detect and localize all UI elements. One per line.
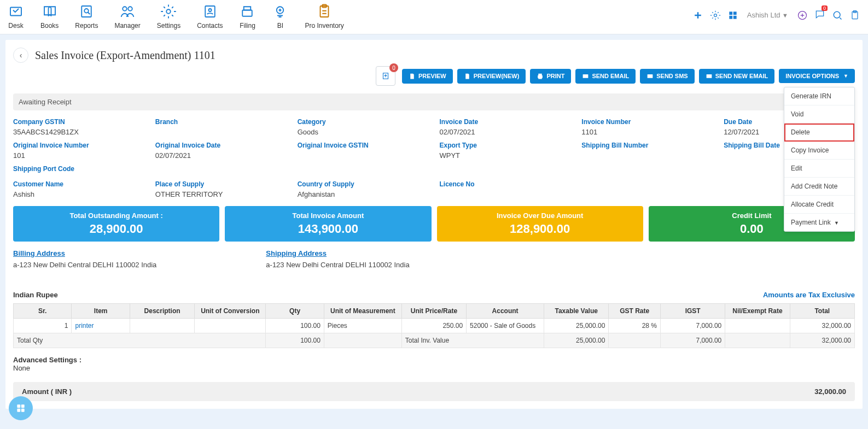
item-link[interactable]: printer [75,322,94,330]
fab-apps[interactable] [9,396,33,420]
attachment-count: 0 [389,63,398,72]
svg-rect-16 [733,15,737,19]
dropdown-generate-irn[interactable]: Generate IRN [784,87,854,105]
nav-label: Pro Inventory [305,22,343,30]
nav-contacts[interactable]: Contacts [197,3,223,34]
nav-manager[interactable]: Manager [114,3,140,34]
back-button[interactable]: ‹ [13,48,28,63]
plus-icon[interactable] [692,10,703,21]
dropdown-void[interactable]: Void [784,105,854,124]
tile-overdue: Invoice Over Due Amount128,900.00 [437,206,643,242]
amount-label: Amount ( INR ) [22,387,72,396]
th-item: Item [72,304,130,319]
mail-icon [646,73,654,80]
nav-label: Settings [157,22,180,30]
detail-country-supply: Country of SupplyAfghanistan [298,180,429,198]
nav-desk[interactable]: Desk [8,3,24,34]
badge-icon[interactable] [797,10,808,21]
detail-customer: Customer NameAshish [13,180,144,198]
contacts-icon [202,3,218,20]
nav-label: Manager [114,22,140,30]
svg-point-5 [167,9,171,14]
tile-invoice-amount: Total Invoice Amount143,900.00 [225,206,431,242]
cell-footer-igst: 7,000.00 [661,333,725,348]
svg-point-7 [208,9,211,11]
th-rate: Unit Price/Rate [401,304,466,319]
dropdown-copy[interactable]: Copy Invoice [784,142,854,160]
svg-rect-25 [17,404,20,408]
manager-icon [119,3,136,20]
cell-inv-val-label: Total Inv. Value [401,333,544,348]
detail-orig-inv-no: Original Invoice Number101 [13,142,144,160]
svg-rect-28 [21,409,25,412]
th-taxable: Taxable Value [544,304,609,319]
invoice-options-dropdown: Generate IRN Void Delete Copy Invoice Ed… [784,87,855,232]
svg-rect-8 [243,10,253,16]
th-uoc: Unit of Conversion [195,304,266,319]
cell-uoc [195,319,266,333]
dropdown-edit[interactable]: Edit [784,160,854,178]
currency-row: Indian Rupee Amounts are Tax Exclusive [13,285,855,299]
nav-label: Contacts [197,22,223,30]
messages-button[interactable]: 0 [814,9,825,21]
cell-total-qty: 100.00 [266,333,324,348]
th-account: Account [467,304,544,319]
send-new-email-button[interactable]: SEND NEW EMAIL [699,69,775,84]
svg-rect-26 [21,404,25,408]
nav-filing[interactable]: Filing [239,3,255,34]
send-sms-button[interactable]: SEND SMS [640,69,694,84]
apps-icon[interactable] [727,10,738,21]
preview-button[interactable]: PREVIEW [402,69,453,84]
upload-icon [381,71,391,81]
tax-note: Amounts are Tax Exclusive [763,291,855,299]
cell-rate: 250.00 [401,319,466,333]
cell-sr: 1 [14,319,72,333]
detail-orig-inv-date: Original Invoice Date02/07/2021 [155,142,287,160]
nav-settings[interactable]: Settings [157,3,180,34]
dropdown-payment-link[interactable]: Payment Link ▼ [784,214,854,231]
print-icon [537,73,544,80]
svg-rect-13 [729,11,732,15]
clipboard-icon[interactable] [849,10,860,21]
bi-icon [272,3,288,20]
detail-place-supply: Place of SupplyOTHER TERRITORY [155,180,287,198]
billing-address-link[interactable]: Billing Address [13,249,156,257]
detail-company-gstin: Company GSTIN35AABCS1429B1ZX [13,118,144,136]
dropdown-delete[interactable]: Delete [784,124,854,142]
cell-desc [130,319,194,333]
nav-label: Reports [75,22,98,30]
dropdown-add-credit[interactable]: Add Credit Note [784,178,854,196]
tile-outstanding: Total Outstanding Amount :28,900.00 [13,206,219,242]
detail-licence: Licence No [439,180,570,198]
table-header-row: Sr. Item Description Unit of Conversion … [14,304,855,319]
attachment-button[interactable]: 0 [376,66,395,86]
send-email-button[interactable]: SEND EMAIL [575,69,636,84]
status-bar: Awaiting Receipt [13,93,855,110]
nav-bi[interactable]: BI [272,3,288,34]
dropdown-allocate[interactable]: Allocate Credit [784,196,854,214]
invoice-options-button[interactable]: INVOICE OPTIONS ▼ [779,69,855,83]
th-uom: Unit of Measurement [324,304,401,319]
cell-qty: 100.00 [266,319,324,333]
th-nil: Nil/Exempt Rate [725,304,790,319]
message-count: 0 [822,5,828,11]
nav-reports[interactable]: Reports [75,3,98,34]
caret-down-icon: ▼ [834,220,839,226]
inventory-icon [316,3,333,20]
amount-total-bar: Amount ( INR ) 32,000.00 [13,382,855,401]
items-table: Sr. Item Description Unit of Conversion … [13,303,855,348]
search-icon[interactable] [832,10,843,21]
preview-new-button[interactable]: PREVIEW(NEW) [457,69,526,84]
gear-icon[interactable] [710,10,721,21]
shipping-address: Shipping Address a-123 New Delhi Central… [266,249,409,269]
nav-pro-inventory[interactable]: Pro Inventory [305,3,343,34]
company-selector[interactable]: Ashish Ltd ▼ [745,11,790,19]
cell-total: 32,000.00 [790,319,854,333]
cell-igst: 7,000.00 [661,319,725,333]
th-desc: Description [130,304,194,319]
nav-books[interactable]: Books [40,3,59,34]
svg-rect-1 [82,6,92,17]
print-button[interactable]: PRINT [530,69,571,84]
cell-uom: Pieces [324,319,401,333]
shipping-address-link[interactable]: Shipping Address [266,249,409,257]
